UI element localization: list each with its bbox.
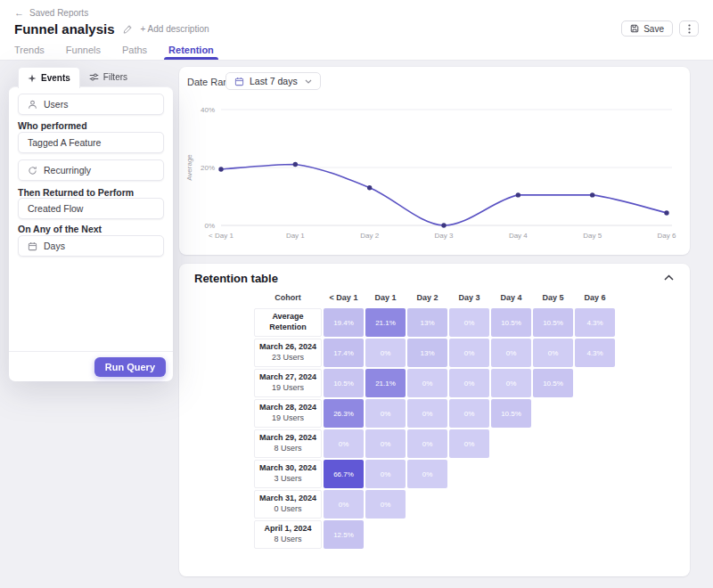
users-select[interactable]: Users [18, 94, 164, 115]
retention-cell[interactable]: 17.4% [324, 339, 364, 367]
performed-event-select[interactable]: Tagged A Feature [18, 132, 164, 153]
report-tabs: Trends Funnels Paths Retention [14, 40, 214, 60]
column-header: Cohort [254, 291, 322, 304]
data-point [516, 192, 520, 197]
retention-cell[interactable]: 0% [533, 339, 573, 367]
retention-cell[interactable]: 0% [407, 369, 447, 397]
refresh-icon [28, 166, 37, 176]
retention-cell[interactable]: 10.5% [491, 308, 531, 337]
retention-cell[interactable]: 0% [407, 399, 447, 428]
x-tick-label: Day 6 [658, 232, 676, 240]
retention-cell[interactable]: 0% [365, 399, 406, 428]
retention-cell[interactable]: 0% [365, 460, 406, 488]
retention-cell[interactable]: 19.4% [324, 308, 364, 337]
column-header: Day 6 [575, 291, 615, 304]
cohort-name: March 28, 2024 [259, 403, 316, 413]
data-point [441, 223, 446, 227]
more-options-button[interactable] [679, 20, 699, 37]
y-tick-label: 0% [204, 222, 215, 230]
x-tick-label: < Day 1 [209, 232, 234, 240]
chevron-down-icon [305, 79, 312, 84]
tab-events[interactable]: Events [18, 67, 80, 88]
tab-filters-label: Filters [103, 72, 127, 82]
retention-cell[interactable]: 0% [491, 369, 531, 397]
retention-cell[interactable]: 0% [449, 308, 489, 337]
spark-icon [28, 74, 37, 83]
cohort-label: March 27, 202419 Users [254, 369, 322, 397]
pencil-icon [123, 24, 133, 34]
retention-cell[interactable]: 0% [365, 339, 406, 367]
retention-cell[interactable]: 13% [407, 308, 447, 337]
query-panel-tabs: Events Filters [9, 67, 173, 87]
tab-trends[interactable]: Trends [14, 40, 45, 60]
retention-cell[interactable]: 21.1% [365, 369, 406, 397]
edit-title-button[interactable] [123, 24, 133, 34]
empty-cell [575, 520, 615, 549]
tab-paths[interactable]: Paths [122, 40, 147, 60]
date-range-value: Last 7 days [250, 76, 298, 86]
save-button[interactable]: Save [621, 20, 673, 37]
retention-cell[interactable]: 0% [365, 429, 406, 458]
retention-cell[interactable]: 4.3% [575, 339, 615, 367]
users-select-value: Users [44, 99, 68, 110]
y-tick-label: 40% [201, 106, 215, 114]
calendar-icon [28, 241, 37, 251]
retention-cell[interactable]: 0% [449, 339, 489, 367]
save-icon [630, 24, 639, 33]
retention-cell[interactable]: 0% [449, 399, 489, 428]
empty-cell [449, 520, 489, 549]
recurring-select[interactable]: Recurringly [18, 159, 164, 181]
retention-cell[interactable]: 0% [491, 339, 531, 367]
retention-cell[interactable]: 21.1% [365, 308, 406, 337]
retention-cell[interactable]: 10.5% [533, 369, 573, 397]
tab-retention[interactable]: Retention [168, 40, 214, 60]
retention-cell[interactable]: 0% [449, 429, 489, 458]
cohort-name: March 26, 2024 [259, 342, 316, 353]
cohort-name: March 29, 2024 [259, 433, 316, 444]
run-query-button[interactable]: Run Query [94, 357, 166, 377]
then-returned-label: Then Returned to Perform [18, 187, 134, 198]
add-description-button[interactable]: + Add description [141, 24, 209, 34]
retention-cell[interactable]: 0% [407, 460, 447, 488]
retention-cell[interactable]: 4.3% [575, 308, 615, 337]
app-header: ← Saved Reports Funnel analysis + Add de… [0, 0, 713, 61]
retention-cell[interactable]: 0% [407, 429, 447, 458]
empty-cell [449, 490, 489, 519]
retention-cell[interactable]: 12.5% [324, 520, 364, 549]
retention-cell[interactable]: 13% [407, 339, 447, 367]
back-button[interactable]: ← Saved Reports [14, 8, 88, 18]
retention-cell[interactable]: 0% [365, 490, 406, 519]
data-point [293, 162, 298, 167]
tab-funnels[interactable]: Funnels [66, 40, 101, 60]
retention-cell[interactable]: 66.7% [324, 460, 364, 488]
column-header: Day 1 [365, 291, 406, 304]
empty-cell [533, 520, 573, 549]
tab-filters[interactable]: Filters [80, 67, 136, 87]
y-tick-label: 20% [201, 164, 215, 172]
empty-cell [533, 490, 573, 519]
unit-select[interactable]: Days [18, 235, 164, 257]
retention-cell[interactable]: 10.5% [533, 308, 573, 337]
collapse-table-button[interactable] [660, 270, 677, 284]
performed-event-value: Tagged A Feature [28, 137, 101, 148]
data-point [367, 185, 372, 190]
cohort-label: March 30, 20243 Users [254, 460, 322, 488]
back-arrow-icon: ← [14, 8, 24, 18]
return-event-select[interactable]: Created Flow [18, 198, 164, 219]
retention-cell[interactable]: 10.5% [491, 399, 531, 428]
empty-cell [575, 460, 615, 488]
date-range-dropdown[interactable]: Last 7 days [225, 72, 321, 90]
kebab-icon [688, 24, 691, 34]
empty-cell [575, 399, 615, 428]
empty-cell [533, 399, 573, 428]
who-performed-label: Who performed [18, 120, 87, 131]
retention-cell[interactable]: 0% [449, 369, 489, 397]
cohort-name: March 30, 2024 [259, 463, 316, 474]
empty-cell [407, 490, 447, 519]
app-screen: ← Saved Reports Funnel analysis + Add de… [0, 0, 713, 588]
retention-cell[interactable]: 10.5% [324, 369, 364, 397]
retention-cell[interactable]: 0% [324, 490, 364, 519]
cohort-users: 3 Users [274, 474, 301, 485]
retention-cell[interactable]: 0% [324, 429, 364, 458]
retention-cell[interactable]: 26.3% [324, 399, 364, 428]
